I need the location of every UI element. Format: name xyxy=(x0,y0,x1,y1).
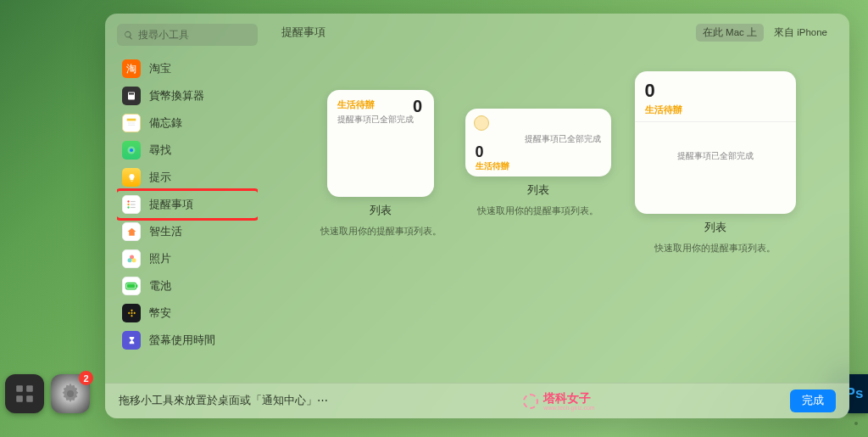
sidebar-item-label: 幣安 xyxy=(149,306,171,321)
widget-caption-title: 列表 xyxy=(370,204,392,218)
calculator-icon xyxy=(122,87,141,105)
widget-caption-title: 列表 xyxy=(527,183,549,198)
findmy-icon xyxy=(122,141,141,160)
source-remote-button[interactable]: 來自 iPhone xyxy=(767,24,834,42)
hourglass-icon xyxy=(122,331,141,350)
svg-rect-8 xyxy=(127,121,136,128)
svg-point-21 xyxy=(131,258,136,262)
widget-large[interactable]: 0 生活待辦 提醒事項已全部完成 xyxy=(635,71,796,214)
widget-caption-sub: 快速取用你的提醒事項列表。 xyxy=(654,242,776,255)
battery-icon xyxy=(122,277,141,295)
sidebar-item-label: 淘宝 xyxy=(149,62,171,76)
widget-list-name: 生活待辦 xyxy=(645,104,786,116)
smartlife-icon xyxy=(122,222,141,241)
widget-list-name: 生活待辦 xyxy=(337,98,424,111)
sidebar-list: 淘 淘宝 貨幣換算器 備忘錄 xyxy=(117,56,258,353)
corner-dot xyxy=(854,422,858,425)
watermark-url: www.tech-girlz.com xyxy=(543,405,594,411)
widget-done-text: 提醒事項已全部完成 xyxy=(645,151,786,162)
widget-gallery-panel: 淘 淘宝 貨幣換算器 備忘錄 xyxy=(105,14,849,418)
sidebar-item-screentime[interactable]: 螢幕使用時間 xyxy=(117,328,258,353)
svg-rect-0 xyxy=(16,385,23,392)
sidebar-item-label: 智生活 xyxy=(149,225,182,239)
search-input[interactable] xyxy=(138,29,251,41)
sidebar-item-label: 備忘錄 xyxy=(149,116,182,131)
svg-point-13 xyxy=(127,200,129,202)
widget-count: 0 xyxy=(476,143,484,161)
watermark-icon xyxy=(523,394,538,409)
reminders-icon xyxy=(122,195,141,214)
widget-count: 0 xyxy=(413,97,422,116)
sidebar: 淘 淘宝 貨幣換算器 備忘錄 xyxy=(105,14,266,383)
sidebar-item-currency[interactable]: 貨幣換算器 xyxy=(117,83,258,109)
widget-caption-title: 列表 xyxy=(704,221,726,235)
sidebar-item-smartlife[interactable]: 智生活 xyxy=(117,219,258,244)
sidebar-item-label: 提醒事項 xyxy=(149,198,193,212)
sidebar-item-label: 照片 xyxy=(149,252,171,266)
grid-icon xyxy=(14,383,36,405)
binance-icon xyxy=(122,304,141,322)
main-title: 提醒事項 xyxy=(281,25,326,40)
source-toggle: 在此 Mac 上 來自 iPhone xyxy=(696,24,834,42)
sidebar-item-tips[interactable]: 提示 xyxy=(117,165,258,190)
svg-point-14 xyxy=(127,204,129,205)
gear-icon xyxy=(58,381,83,406)
svg-point-12 xyxy=(130,148,133,152)
avatar-icon xyxy=(474,115,489,131)
sidebar-item-reminders[interactable]: 提醒事項 xyxy=(117,192,258,217)
lightbulb-icon xyxy=(122,168,141,187)
sidebar-item-findmy[interactable]: 尋找 xyxy=(117,137,258,163)
taobao-icon: 淘 xyxy=(122,59,141,78)
settings-badge: 2 xyxy=(79,371,93,385)
svg-rect-6 xyxy=(129,93,134,95)
sidebar-item-label: 電池 xyxy=(149,279,171,294)
widget-previews: 生活待辦 0 提醒事項已全部完成 列表 快速取用你的提醒事項列表。 提醒事項已全… xyxy=(281,90,834,255)
sidebar-item-battery[interactable]: 電池 xyxy=(117,273,258,299)
dock-left-fragment: 2 xyxy=(5,374,90,413)
footer: 拖移小工具來放置於桌面或「通知中心」⋯ 塔科女子 www.tech-girlz.… xyxy=(105,383,849,418)
sidebar-item-label: 螢幕使用時間 xyxy=(149,333,215,348)
widget-list-name: 生活待辦 xyxy=(476,160,509,172)
search-field[interactable] xyxy=(117,24,258,46)
dock-app-settings[interactable]: 2 xyxy=(51,374,90,413)
widget-small[interactable]: 生活待辦 0 提醒事項已全部完成 xyxy=(327,90,434,197)
photos-icon xyxy=(122,249,141,268)
search-icon xyxy=(124,30,133,41)
watermark: 塔科女子 www.tech-girlz.com xyxy=(523,391,594,411)
widget-count: 0 xyxy=(645,80,786,102)
svg-point-15 xyxy=(127,206,129,208)
sidebar-item-taobao[interactable]: 淘 淘宝 xyxy=(117,56,258,81)
svg-rect-7 xyxy=(127,119,136,121)
notes-icon xyxy=(122,114,141,132)
source-local-button[interactable]: 在此 Mac 上 xyxy=(696,24,764,42)
svg-rect-1 xyxy=(26,385,33,392)
main-area: 提醒事項 在此 Mac 上 來自 iPhone 生活待辦 0 提醒事項已全部完成… xyxy=(266,14,849,383)
widget-done-text: 提醒事項已全部完成 xyxy=(337,115,424,126)
dock-app-unknown[interactable] xyxy=(5,374,44,413)
widget-done-text: 提醒事項已全部完成 xyxy=(525,134,601,145)
widget-caption-sub: 快速取用你的提醒事項列表。 xyxy=(477,204,598,217)
sidebar-item-binance[interactable]: 幣安 xyxy=(117,300,258,326)
sidebar-item-photos[interactable]: 照片 xyxy=(117,246,258,272)
footer-hint: 拖移小工具來放置於桌面或「通知中心」⋯ xyxy=(119,394,328,408)
svg-rect-23 xyxy=(126,284,134,289)
widget-caption-sub: 快速取用你的提醒事項列表。 xyxy=(320,225,442,238)
svg-rect-24 xyxy=(136,284,137,288)
sidebar-item-label: 尋找 xyxy=(149,143,171,158)
sidebar-item-label: 提示 xyxy=(149,171,171,185)
widget-medium[interactable]: 提醒事項已全部完成 0 生活待辦 xyxy=(465,109,611,176)
svg-rect-3 xyxy=(26,395,33,402)
svg-point-20 xyxy=(127,258,131,262)
svg-rect-2 xyxy=(16,395,23,402)
done-button[interactable]: 完成 xyxy=(790,389,836,412)
sidebar-item-notes[interactable]: 備忘錄 xyxy=(117,110,258,136)
sidebar-item-label: 貨幣換算器 xyxy=(149,89,204,104)
